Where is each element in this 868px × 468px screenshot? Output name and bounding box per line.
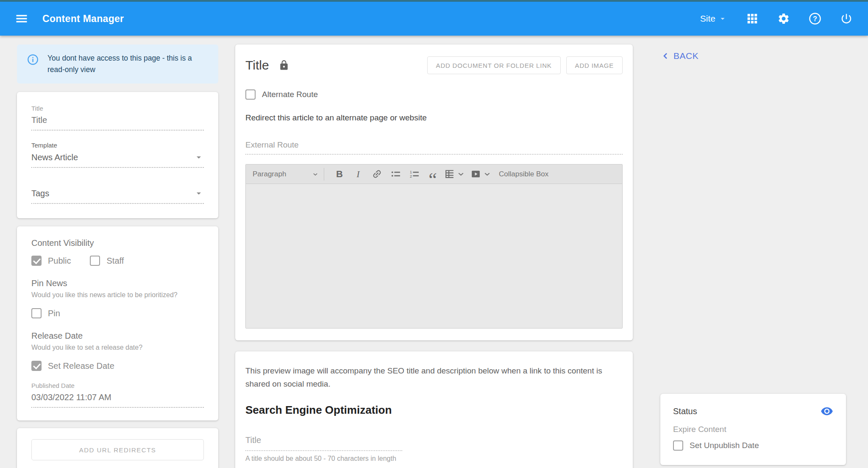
expire-content-label: Expire Content <box>673 425 833 434</box>
set-release-date-label: Set Release Date <box>48 361 114 371</box>
site-dropdown[interactable]: Site <box>700 14 727 24</box>
visibility-eye-icon[interactable] <box>821 405 833 418</box>
published-date-value: 03/03/2022 11:07 AM <box>31 393 111 402</box>
template-select-value: News Article <box>31 153 78 162</box>
power-icon[interactable] <box>840 12 853 25</box>
external-route-input[interactable]: External Route <box>245 140 623 155</box>
pin-checkbox-label: Pin <box>48 309 60 318</box>
help-icon[interactable]: ? <box>809 12 821 25</box>
info-icon <box>27 54 39 65</box>
set-release-date-checkbox[interactable] <box>31 361 42 371</box>
seo-title-input[interactable]: Title <box>245 435 402 451</box>
svg-text:?: ? <box>813 15 817 22</box>
content-visibility-heading: Content Visibility <box>31 238 204 248</box>
alternate-route-label: Alternate Route <box>262 90 318 99</box>
page-content: You dont have access to this page - this… <box>0 36 868 468</box>
status-card: Status Expire Content Set Unpublish Date <box>660 394 846 465</box>
italic-icon: I <box>356 169 359 180</box>
tags-select-label: Tags <box>31 189 49 198</box>
paragraph-style-label: Paragraph <box>253 170 286 178</box>
hamburger-menu-icon[interactable] <box>15 12 28 25</box>
add-image-button[interactable]: ADD IMAGE <box>566 56 623 74</box>
block-quote-button[interactable]: “ <box>426 167 440 181</box>
toolbar-divider <box>324 168 324 181</box>
staff-checkbox[interactable] <box>90 256 100 266</box>
add-document-or-folder-link-button[interactable]: ADD DOCUMENT OR FOLDER LINK <box>427 56 561 74</box>
media-icon <box>470 169 481 179</box>
public-checkbox-label: Public <box>48 256 71 266</box>
chevron-down-icon <box>311 170 320 178</box>
external-route-placeholder: External Route <box>245 140 299 149</box>
rich-text-editor: Paragraph B I <box>245 164 623 329</box>
table-icon <box>444 169 455 179</box>
lock-icon <box>278 60 289 71</box>
set-unpublish-date-checkbox[interactable] <box>673 440 683 451</box>
bold-icon: B <box>336 169 343 180</box>
gear-icon[interactable] <box>777 12 790 25</box>
chevron-down-icon <box>194 188 204 198</box>
chevron-down-icon <box>718 14 727 23</box>
content-visibility-card: Content Visibility Public Staff Pin News… <box>17 226 218 421</box>
app-bar: Content Manager Site ? <box>0 2 868 36</box>
svg-text:2: 2 <box>410 174 412 178</box>
back-button-label: BACK <box>673 51 698 61</box>
insert-media-button[interactable] <box>470 167 492 181</box>
italic-button[interactable]: I <box>351 167 365 181</box>
seo-heading: Search Engine Optimization <box>245 404 623 417</box>
published-date-input[interactable]: 03/03/2022 11:07 AM <box>31 389 204 408</box>
readonly-alert: You dont have access to this page - this… <box>17 45 218 84</box>
page-title: Content Manager <box>42 13 124 25</box>
link-icon <box>369 167 384 181</box>
tags-select[interactable]: Tags <box>31 185 204 204</box>
url-redirects-card: ADD URL REDIRECTS No URLs provided <box>17 428 218 468</box>
chevron-down-icon <box>194 152 204 162</box>
article-editor-card: Title ADD DOCUMENT OR FOLDER LINK ADD IM… <box>235 45 633 340</box>
right-panel: BACK Status Expire Content Set Unpublish… <box>650 45 851 465</box>
apps-grid-icon[interactable] <box>746 12 759 25</box>
release-date-helper: Would you like to set a release date? <box>31 344 204 351</box>
published-date-label: Published Date <box>31 382 204 389</box>
left-sidebar: You dont have access to this page - this… <box>17 45 218 468</box>
paragraph-style-dropdown[interactable]: Paragraph <box>253 170 320 178</box>
chevron-down-icon <box>456 169 466 179</box>
collapsible-box-button[interactable]: Collapsible Box <box>499 170 548 178</box>
title-input-value: Title <box>31 115 47 125</box>
alternate-route-checkbox[interactable] <box>245 89 256 100</box>
bulleted-list-button[interactable] <box>388 167 403 181</box>
main-column: Title ADD DOCUMENT OR FOLDER LINK ADD IM… <box>235 45 633 468</box>
seo-card: This preview image will accompany the SE… <box>235 351 633 468</box>
site-dropdown-label: Site <box>700 14 715 24</box>
pin-news-heading: Pin News <box>31 279 204 288</box>
chevron-down-icon <box>482 169 492 179</box>
back-button[interactable]: BACK <box>660 51 851 61</box>
seo-preview-text: This preview image will accompany the SE… <box>245 364 618 391</box>
title-field-label: Title <box>31 105 204 112</box>
article-details-card: Title Title Template News Article Tags <box>17 92 218 218</box>
template-select[interactable]: News Article <box>31 149 204 168</box>
template-field-label: Template <box>31 142 204 149</box>
pin-news-helper: Would you like this news article to be p… <box>31 291 204 299</box>
chevron-left-icon <box>660 51 670 61</box>
editor-content-area[interactable] <box>246 184 622 328</box>
redirect-description-text: Redirect this article to an alternate pa… <box>245 113 623 123</box>
public-checkbox[interactable] <box>31 256 42 266</box>
pin-checkbox[interactable] <box>31 308 42 318</box>
staff-checkbox-label: Staff <box>106 256 124 266</box>
add-url-redirects-button[interactable]: ADD URL REDIRECTS <box>31 439 204 460</box>
release-date-heading: Release Date <box>31 331 204 341</box>
numbered-list-icon: 1 2 <box>409 169 420 179</box>
status-heading: Status <box>673 407 697 416</box>
readonly-alert-text: You dont have access to this page - this… <box>47 53 204 75</box>
insert-table-button[interactable] <box>444 167 466 181</box>
editor-toolbar: Paragraph B I <box>246 164 622 184</box>
numbered-list-button[interactable]: 1 2 <box>407 167 421 181</box>
bulleted-list-icon <box>390 169 401 179</box>
seo-title-helper: A title should be about 50 - 70 characte… <box>245 455 402 462</box>
title-input[interactable]: Title <box>31 112 204 131</box>
set-unpublish-date-label: Set Unpublish Date <box>690 441 759 450</box>
article-title-heading: Title <box>245 58 269 72</box>
bold-button[interactable]: B <box>332 167 347 181</box>
link-button[interactable] <box>370 167 384 181</box>
